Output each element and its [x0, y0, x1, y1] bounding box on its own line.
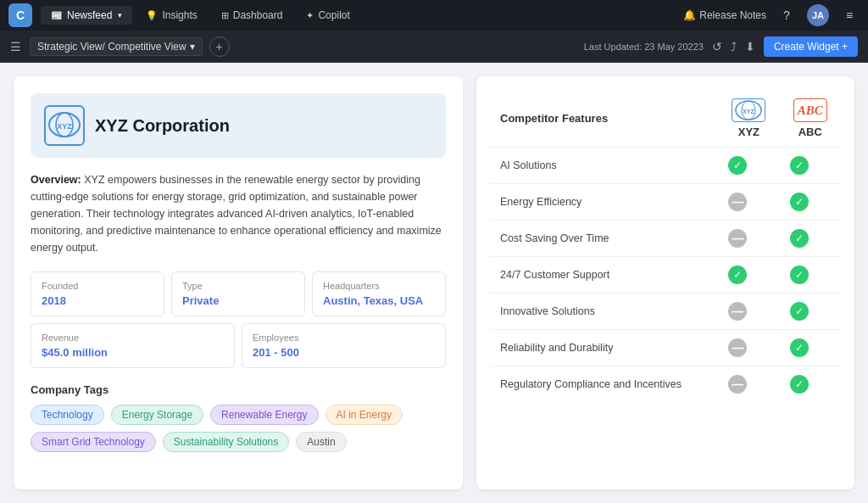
abc-check-cell: ✓ [780, 293, 841, 330]
table-row: 24/7 Customer Support✓✓ [490, 257, 841, 293]
type-value: Private [182, 294, 294, 307]
check-icon-gray: — [728, 302, 747, 321]
menu-button[interactable]: ≡ [839, 5, 860, 25]
check-icon-green: ✓ [790, 302, 809, 321]
chevron-down-icon: ▾ [190, 41, 195, 53]
check-icon-gray: — [728, 375, 747, 394]
breadcrumb-label: Strategic View/ Competitive View [37, 41, 186, 53]
newsfeed-icon: 📰 [51, 10, 63, 21]
founded-label: Founded [42, 281, 153, 291]
nav-tab-insights-label: Insights [162, 9, 197, 21]
table-row: Reliability and Durability—✓ [490, 330, 841, 366]
abc-logo-container: ABC ABC [790, 98, 831, 138]
release-notes-label: Release Notes [699, 9, 766, 21]
tag-smart-grid[interactable]: Smart Grid Technology [31, 432, 156, 452]
feature-cell: Regulatory Compliance and Incentives [490, 366, 718, 403]
company-name: XYZ Corporation [95, 116, 230, 136]
xyz-column-header: XYZ XYZ [718, 90, 779, 148]
nav-tab-newsfeed-label: Newsfeed [67, 9, 112, 21]
abc-check-cell: ✓ [780, 366, 841, 403]
nav-tab-dashboard-label: Dashboard [233, 9, 283, 21]
xyz-check-cell: — [718, 330, 779, 366]
help-button[interactable]: ? [776, 5, 797, 25]
tag-technology[interactable]: Technology [31, 405, 104, 425]
overview-text: Overview: XYZ empowers businesses in the… [31, 171, 446, 256]
feature-cell: 24/7 Customer Support [490, 257, 718, 293]
tag-sustainability[interactable]: Sustainability Solutions [163, 432, 289, 452]
check-icon-green: ✓ [728, 265, 747, 284]
info-card-employees: Employees 201 - 500 [242, 323, 446, 368]
feature-cell: Innovative Solutions [490, 293, 718, 330]
check-icon-green: ✓ [790, 265, 809, 284]
nav-tab-copilot[interactable]: ✦ Copilot [296, 6, 359, 25]
check-icon-green: ✓ [790, 229, 809, 248]
info-grid-top: Founded 2018 Type Private Headquarters A… [31, 271, 446, 316]
xyz-logo: XYZ [732, 98, 765, 122]
breadcrumb-selector[interactable]: Strategic View/ Competitive View ▾ [30, 37, 203, 56]
overview-label: Overview: [31, 174, 81, 186]
table-row: Regulatory Compliance and Incentives—✓ [490, 366, 841, 403]
abc-check-cell: ✓ [780, 184, 841, 221]
nav-tab-insights[interactable]: 💡 Insights [136, 6, 207, 25]
second-navigation: ☰ Strategic View/ Competitive View ▾ + L… [0, 31, 868, 63]
feature-cell: Cost Saving Over Time [490, 221, 718, 257]
create-widget-button[interactable]: Create Widget + [764, 36, 858, 57]
check-icon-gray: — [728, 193, 747, 211]
xyz-check-cell: ✓ [718, 148, 779, 184]
abc-check-cell: ✓ [780, 221, 841, 257]
employees-value: 201 - 500 [253, 346, 435, 359]
table-row: Cost Saving Over Time—✓ [490, 221, 841, 257]
feature-cell: AI Solutions [490, 148, 718, 184]
check-icon-green: ✓ [790, 193, 809, 211]
last-updated-label: Last Updated: 23 May 20223 [584, 42, 704, 52]
dashboard-icon: ⊞ [221, 10, 229, 21]
info-card-revenue: Revenue $45.0 million [31, 323, 235, 368]
tag-energy-storage[interactable]: Energy Storage [111, 405, 203, 425]
nav-tab-dashboard[interactable]: ⊞ Dashboard [211, 6, 293, 25]
company-logo-text: XYZ [46, 109, 83, 142]
svg-text:XYZ: XYZ [743, 109, 755, 115]
employees-label: Employees [253, 333, 435, 343]
insights-icon: 💡 [146, 10, 158, 21]
download-icon[interactable]: ⬇ [745, 40, 755, 53]
check-icon-gray: — [728, 229, 747, 248]
refresh-icon[interactable]: ↺ [712, 40, 722, 53]
main-content: XYZ XYZ Corporation Overview: XYZ empowe… [0, 63, 868, 503]
check-icon-gray: — [728, 338, 747, 357]
tags-container: Technology Energy Storage Renewable Ener… [31, 405, 446, 452]
app-logo[interactable]: C [8, 3, 32, 27]
tag-renewable-energy[interactable]: Renewable Energy [210, 405, 318, 425]
bell-icon: 🔔 [683, 9, 696, 21]
table-row: Energy Efficiency—✓ [490, 184, 841, 221]
headquarters-value: Austin, Texas, USA [323, 294, 435, 307]
tag-ai-in-energy[interactable]: AI in Energy [326, 405, 403, 425]
revenue-value: $45.0 million [42, 346, 224, 359]
tag-austin[interactable]: Austin [296, 432, 346, 452]
avatar[interactable]: JA [807, 4, 829, 26]
abc-check-cell: ✓ [780, 148, 841, 184]
nav-right-section: 🔔 Release Notes ? JA ≡ [683, 4, 860, 26]
add-view-button[interactable]: + [209, 36, 230, 57]
share-icon[interactable]: ⤴ [731, 40, 737, 53]
xyz-logo-container: XYZ XYZ [728, 98, 769, 138]
company-panel: XYZ XYZ Corporation Overview: XYZ empowe… [14, 76, 463, 489]
table-row: AI Solutions✓✓ [490, 148, 841, 184]
abc-logo: ABC [793, 98, 827, 122]
info-grid-bottom: Revenue $45.0 million Employees 201 - 50… [31, 323, 446, 368]
xyz-check-cell: — [718, 221, 779, 257]
revenue-label: Revenue [42, 333, 224, 343]
type-label: Type [182, 281, 294, 291]
xyz-check-cell: — [718, 293, 779, 330]
copilot-icon: ✦ [306, 10, 314, 21]
nav-tab-newsfeed[interactable]: 📰 Newsfeed ▾ [41, 6, 132, 25]
company-logo: XYZ [44, 105, 85, 146]
top-navigation: C 📰 Newsfeed ▾ 💡 Insights ⊞ Dashboard ✦ … [0, 0, 868, 31]
release-notes-link[interactable]: 🔔 Release Notes [683, 9, 766, 21]
info-card-headquarters: Headquarters Austin, Texas, USA [312, 271, 446, 316]
check-icon-green: ✓ [790, 375, 809, 394]
check-icon-green: ✓ [728, 156, 747, 175]
xyz-check-cell: ✓ [718, 257, 779, 293]
check-icon-green: ✓ [790, 156, 809, 175]
nav-tab-copilot-label: Copilot [318, 9, 349, 21]
hamburger-icon[interactable]: ☰ [10, 40, 21, 53]
